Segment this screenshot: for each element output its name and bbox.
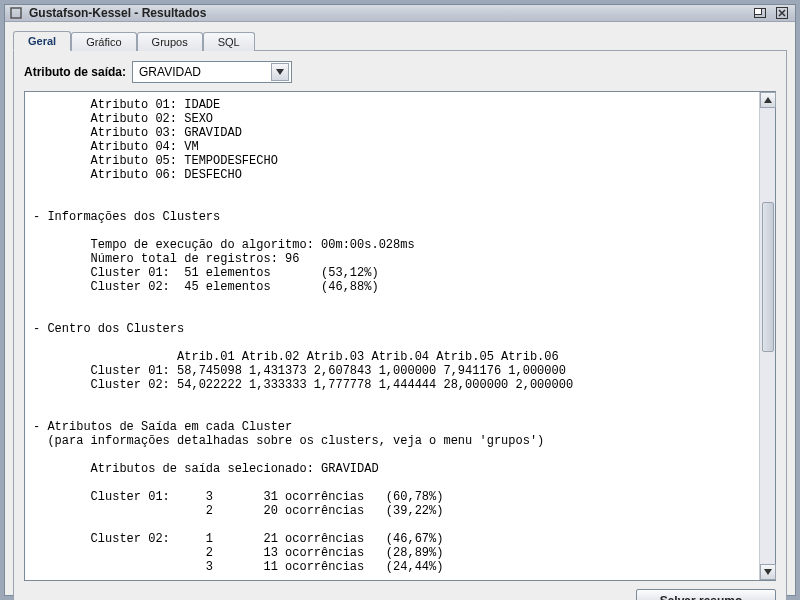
report-text[interactable]: Atributo 01: IDADE Atributo 02: SEXO Atr… [25,92,759,580]
output-attribute-dropdown[interactable]: GRAVIDAD [132,61,292,83]
content-area: Geral Gráfico Grupos SQL Atributo de saí… [5,22,795,600]
scroll-thumb[interactable] [762,202,774,352]
chevron-down-icon [271,63,289,81]
tab-panel-geral: Atributo de saída: GRAVIDAD Atributo 01:… [13,50,787,600]
close-button[interactable] [773,5,791,21]
output-attribute-row: Atributo de saída: GRAVIDAD [24,61,776,83]
scroll-up-button[interactable] [760,92,776,108]
tab-label: Grupos [152,36,188,48]
tab-label: Gráfico [86,36,121,48]
tab-label: Geral [28,35,56,47]
tab-geral[interactable]: Geral [13,31,71,51]
button-row: Salvar resumo... [24,581,776,600]
output-attribute-label: Atributo de saída: [24,65,126,79]
maximize-button[interactable] [751,5,769,21]
window-icon [9,6,23,20]
svg-rect-2 [755,9,762,15]
tab-sql[interactable]: SQL [203,32,255,51]
tab-grafico[interactable]: Gráfico [71,32,136,51]
dropdown-value: GRAVIDAD [139,65,201,79]
tab-grupos[interactable]: Grupos [137,32,203,51]
scroll-down-button[interactable] [760,564,776,580]
report-scroll-pane: Atributo 01: IDADE Atributo 02: SEXO Atr… [24,91,776,581]
tab-label: SQL [218,36,240,48]
tab-bar: Geral Gráfico Grupos SQL [13,28,787,50]
save-summary-button[interactable]: Salvar resumo... [636,589,776,600]
window-title: Gustafson-Kessel - Resultados [29,6,747,20]
app-window: Gustafson-Kessel - Resultados Geral Gráf… [4,4,796,596]
titlebar[interactable]: Gustafson-Kessel - Resultados [5,5,795,22]
vertical-scrollbar[interactable] [759,92,775,580]
svg-rect-0 [11,8,21,18]
